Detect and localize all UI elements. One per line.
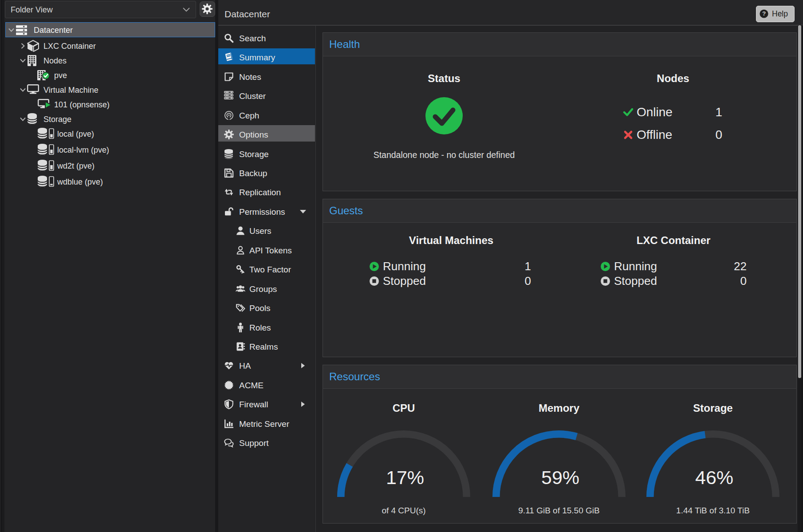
svg-text:?: ? — [762, 10, 766, 17]
